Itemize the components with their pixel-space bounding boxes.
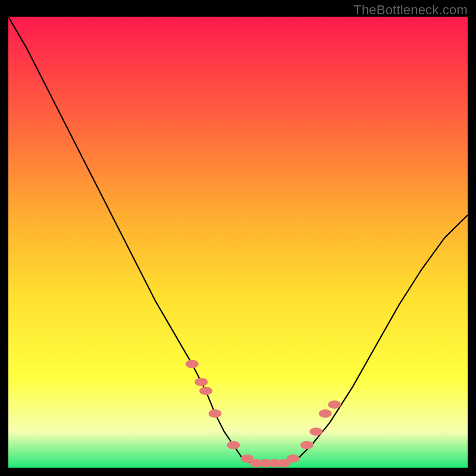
curve-marker <box>195 378 208 386</box>
curve-marker <box>328 400 341 409</box>
curve-marker <box>309 427 322 436</box>
gradient-background <box>8 17 468 468</box>
curve-marker <box>208 409 221 418</box>
curve-marker <box>227 441 240 449</box>
chart-frame <box>8 17 468 468</box>
curve-marker <box>186 360 199 368</box>
bottleneck-chart <box>8 17 468 468</box>
watermark-text: TheBottleneck.com <box>353 2 468 18</box>
curve-marker <box>199 387 212 395</box>
curve-marker <box>319 409 332 418</box>
curve-marker <box>287 455 300 463</box>
curve-marker <box>300 441 314 449</box>
